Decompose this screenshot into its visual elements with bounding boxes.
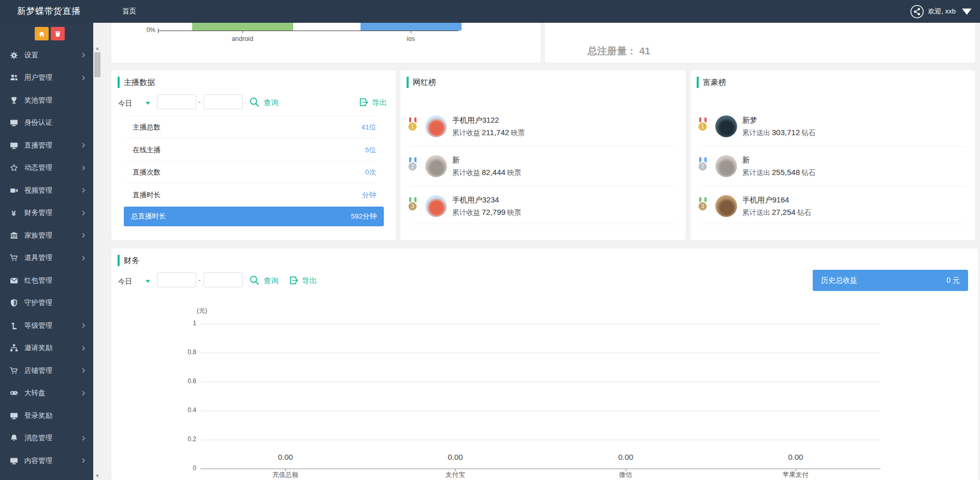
app: 新梦蝶带货直播 首页 欢迎, xxb 设置用户管理奖池管理身份认证直播管理动态管… — [0, 0, 980, 480]
rank-separator — [410, 186, 676, 186]
sidebar-item-0[interactable]: 设置 — [0, 44, 93, 67]
sidebar-scrollbar[interactable]: ▲ ▼ — [93, 23, 102, 480]
chevron-right-icon — [80, 187, 87, 194]
stat-label: 累计送出 — [742, 129, 770, 137]
y-tick-label: 0.8 — [159, 348, 196, 356]
chevron-right-icon — [80, 210, 87, 216]
sidebar-item-label: 道具管理 — [24, 253, 52, 263]
sidebar-item-15[interactable]: 大转盘 — [0, 382, 93, 405]
medal-number: 1 — [408, 122, 417, 131]
rank-user-stat: 累计送出255,548钻石 — [742, 168, 815, 178]
sidebar-item-9[interactable]: 道具管理 — [0, 247, 93, 270]
rank-1-medal-icon: 1 — [407, 118, 419, 135]
stat-amount: 303,712 — [772, 128, 800, 137]
panel-title: 主播数据 — [124, 78, 155, 88]
panel-accent-bar — [697, 77, 699, 88]
rank-user-stat: 累计送出303,712钻石 — [742, 128, 815, 138]
search-icon[interactable] — [249, 97, 260, 107]
medal-number: 1 — [698, 122, 707, 131]
y-tick-label: 1 — [159, 319, 196, 327]
x-axis-line — [200, 469, 881, 469]
platform-chart-card: 0% android ios — [111, 23, 541, 63]
home-button[interactable] — [35, 27, 49, 40]
chevron-right-icon — [80, 458, 87, 464]
category-label: 微信 — [587, 471, 665, 479]
rank-1-medal-icon: 1 — [697, 118, 709, 135]
sidebar-item-12[interactable]: 等级管理 — [0, 314, 93, 337]
caret-down-icon[interactable] — [145, 100, 151, 107]
chevron-right-icon — [80, 435, 87, 441]
date-from-input[interactable] — [157, 94, 196, 109]
stat-amount: 27,254 — [772, 208, 796, 216]
rank-3-medal-icon: 3 — [697, 197, 709, 215]
stat-unit: 钻石 — [801, 169, 815, 177]
gridline — [200, 440, 881, 440]
sidebar-item-18[interactable]: 内容管理 — [0, 449, 93, 472]
user-menu[interactable]: 欢迎, xxb — [910, 0, 974, 23]
app-title: 新梦蝶带货直播 — [17, 0, 81, 23]
sidebar-item-5[interactable]: 动态管理 — [0, 157, 93, 180]
nav-home[interactable]: 首页 — [122, 0, 136, 23]
query-button[interactable]: 查询 — [264, 98, 279, 108]
scroll-down-icon[interactable]: ▼ — [93, 472, 102, 479]
monitor-icon — [9, 456, 19, 466]
chevron-right-icon — [80, 368, 87, 374]
sidebar-item-1[interactable]: 用户管理 — [0, 67, 93, 90]
sidebar-item-13[interactable]: 邀请奖励 — [0, 337, 93, 360]
panel-accent-bar — [407, 77, 409, 88]
date-preset-dropdown[interactable]: 今日 — [118, 99, 132, 108]
influencer-rank-panel: 网红榜 1手机用户3122累计收益211,742映票2新累计收益82,444映票… — [400, 70, 686, 240]
top-header: 新梦蝶带货直播 首页 欢迎, xxb — [0, 0, 980, 23]
chevron-right-icon — [80, 165, 87, 171]
sidebar-item-label: 家族管理 — [24, 231, 52, 240]
sidebar-item-17[interactable]: 消息管理 — [0, 427, 93, 450]
export-button[interactable]: 导出 — [372, 98, 387, 108]
highlight-label: 总直播时长 — [131, 212, 166, 221]
sidebar-item-14[interactable]: 店铺管理 — [0, 359, 93, 382]
sidebar-item-label: 等级管理 — [24, 321, 52, 330]
android-bar — [192, 23, 293, 31]
home-icon — [38, 31, 45, 37]
sidebar-item-8[interactable]: 家族管理 — [0, 224, 93, 247]
sidebar-item-3[interactable]: 身份认证 — [0, 112, 93, 135]
sidebar-item-label: 动态管理 — [24, 163, 52, 172]
y-tick-label: 0.2 — [159, 435, 196, 443]
gridline — [200, 353, 881, 353]
chevron-right-icon — [80, 390, 87, 396]
caret-down-icon — [960, 5, 974, 19]
sidebar-item-16[interactable]: 登录奖励 — [0, 404, 93, 427]
sidebar-item-label: 红包管理 — [24, 276, 52, 285]
rank-separator — [700, 186, 966, 186]
sidebar-item-7[interactable]: ¥财务管理 — [0, 202, 93, 225]
rank-separator — [410, 146, 676, 147]
sidebar-menu: 设置用户管理奖池管理身份认证直播管理动态管理视频管理¥财务管理家族管理道具管理红… — [0, 44, 93, 472]
sidebar-item-6[interactable]: 视频管理 — [0, 179, 93, 202]
sidebar-item-2[interactable]: 奖池管理 — [0, 89, 93, 112]
sidebar-item-4[interactable]: 直播管理 — [0, 134, 93, 157]
trash-icon — [54, 31, 61, 37]
category-label: 充值总额 — [247, 471, 324, 479]
rank-entry-1: 1新梦累计送出303,712钻石 — [690, 115, 975, 146]
share-circle-icon[interactable] — [910, 5, 924, 19]
rank-user-stat: 累计送出27,254钻石 — [742, 208, 811, 217]
date-to-input[interactable] — [204, 94, 243, 109]
range-separator: - — [198, 98, 200, 106]
rank-user-name: 手机用户3234 — [452, 195, 499, 205]
scrollbar-thumb[interactable] — [94, 52, 100, 77]
android-label: android — [206, 35, 279, 42]
sidebar-item-10[interactable]: 红包管理 — [0, 269, 93, 292]
stat-label: 主播总数 — [133, 123, 161, 132]
medal-number: 2 — [408, 162, 417, 171]
register-total-value: 41 — [639, 46, 650, 56]
anchor-stat-row: 直播次数0次 — [126, 161, 376, 183]
trash-button[interactable] — [51, 27, 65, 40]
rank-entry-1: 1手机用户3122累计收益211,742映票 — [400, 115, 686, 146]
sidebar-item-11[interactable]: 守护管理 — [0, 292, 93, 315]
medal-number: 3 — [408, 202, 417, 211]
sidebar-item-label: 直播管理 — [24, 141, 52, 150]
chevron-right-icon — [80, 255, 87, 261]
scroll-up-icon[interactable]: ▲ — [93, 44, 102, 52]
export-icon[interactable] — [359, 97, 369, 107]
ios-label: ios — [374, 35, 447, 42]
sidebar-item-label: 用户管理 — [24, 73, 52, 82]
